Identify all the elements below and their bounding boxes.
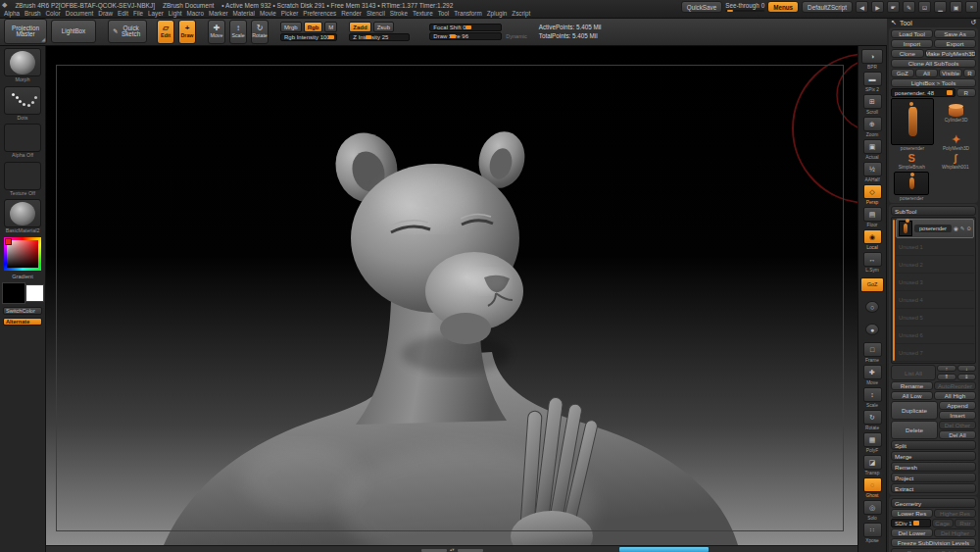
subtool-uv-icon[interactable]: ⊙ — [966, 226, 971, 231]
import-button[interactable]: Import — [891, 39, 933, 48]
higher-res-button[interactable]: Higher Res — [934, 509, 976, 518]
sdiv-slider[interactable]: SDiv 1 — [891, 519, 931, 527]
tool-whiplash[interactable]: ʃ Whiplash001 — [935, 153, 977, 170]
rotate-button[interactable]: ↻ Rotate — [251, 20, 269, 44]
goz-all-button[interactable]: All — [915, 69, 939, 77]
quick-sketch-button[interactable]: ✎ Quick Sketch — [108, 20, 147, 43]
main-color-swatch[interactable] — [2, 282, 25, 304]
del-lower-button[interactable]: Del Lower — [891, 528, 933, 537]
clear-pivot-button[interactable]: ● — [859, 319, 885, 340]
scroll-button[interactable]: ⊞ Scroll — [859, 93, 885, 115]
texture-thumbnail[interactable] — [4, 162, 41, 190]
subtool-eye-icon[interactable]: ◉ — [954, 226, 958, 231]
cage-button[interactable]: Cage — [932, 519, 954, 527]
local-toggle[interactable]: ◉ Local — [859, 228, 885, 250]
del-higher-button[interactable]: Del Higher — [934, 528, 976, 537]
minimize-icon[interactable]: ▁ — [934, 1, 947, 13]
restore-icon[interactable]: ▣ — [950, 1, 962, 13]
scrollbar-arrows-icon[interactable]: ▴▾ — [450, 548, 455, 552]
see-through-track[interactable] — [725, 10, 764, 12]
menu-zplugin[interactable]: Zplugin — [487, 10, 508, 17]
scroll-right-icon[interactable]: ▶ — [871, 1, 884, 13]
solo-toggle[interactable]: ◎ Solo — [859, 499, 885, 521]
menu-transform[interactable]: Transform — [454, 10, 481, 17]
insert-button[interactable]: Insert — [939, 411, 976, 420]
current-stroke[interactable]: Dots — [3, 86, 42, 122]
clone-button[interactable]: Clone — [891, 49, 924, 58]
current-texture[interactable]: Texture Off — [3, 162, 42, 197]
see-through-slider[interactable]: See-through 0 — [725, 2, 764, 12]
project-section-header[interactable]: Project — [891, 473, 976, 482]
scroll-left-icon[interactable]: ◀ — [856, 1, 868, 13]
menu-stroke[interactable]: Stroke — [390, 10, 408, 17]
load-tool-button[interactable]: Load Tool — [891, 29, 933, 38]
save-as-button[interactable]: Save As — [934, 29, 976, 38]
subtool-to-top-button[interactable]: ⇑ — [937, 374, 956, 380]
actual-button[interactable]: ▣ Actual — [859, 138, 885, 160]
alternate-toggle[interactable]: Alternate — [3, 318, 42, 326]
move-button[interactable]: ✚ Move — [208, 20, 225, 44]
secondary-color-swatch[interactable] — [25, 284, 44, 302]
stroke-thumbnail[interactable] — [4, 86, 41, 115]
edit-button[interactable]: ▱ Edit — [157, 20, 174, 44]
subtool-to-bottom-button[interactable]: ⇓ — [957, 374, 977, 380]
gradient-label[interactable]: Gradient — [12, 274, 32, 279]
menu-picker[interactable]: Picker — [281, 10, 299, 17]
brush-thumbnail[interactable] — [4, 48, 41, 76]
default-zscript-button[interactable]: DefaultZScript — [802, 1, 853, 13]
scale-button[interactable]: ↕ Scale — [229, 20, 247, 44]
panel-reset-icon[interactable]: ↺ — [970, 19, 976, 26]
menu-edit[interactable]: Edit — [118, 10, 128, 17]
menu-brush[interactable]: Brush — [24, 10, 40, 17]
remesh-section-header[interactable]: Remesh — [891, 462, 976, 472]
spix-slider[interactable]: ▬ SPix 2 — [859, 71, 885, 92]
make-polymesh3d-button[interactable]: Make PolyMesh3D — [925, 49, 976, 58]
goz-shelf-button[interactable]: GoZ — [859, 274, 885, 295]
geometry-header[interactable]: Geometry — [891, 498, 976, 508]
zoom-button[interactable]: ⊕ Zoom — [859, 116, 885, 137]
subtool-polypaint-icon[interactable]: ✎ — [960, 226, 965, 231]
menus-toggle[interactable]: Menus — [767, 1, 799, 13]
tool-polymesh3d[interactable]: ✦ PolyMesh3D — [943, 127, 969, 152]
rename-button[interactable]: Rename — [891, 381, 933, 390]
move-nav-button[interactable]: ✚ Move — [859, 364, 885, 385]
subtool-down-button[interactable]: ↓ — [957, 365, 977, 372]
freeze-subdivision-button[interactable]: Freeze SubDivision Levels — [891, 538, 976, 547]
menu-layer[interactable]: Layer — [148, 10, 164, 17]
focal-shift-slider[interactable]: Focal Shift 0 — [429, 24, 502, 31]
menu-movie[interactable]: Movie — [260, 10, 276, 17]
export-button[interactable]: Export — [934, 39, 976, 48]
menu-preferences[interactable]: Preferences — [303, 10, 336, 17]
reconstruct-subdiv-button[interactable]: Reconstruct Subdiv — [891, 548, 976, 552]
close-icon[interactable]: × — [965, 1, 978, 13]
duplicate-button[interactable]: Duplicate — [891, 401, 938, 420]
m-toggle[interactable]: M — [324, 22, 337, 32]
menu-material[interactable]: Material — [233, 10, 255, 17]
current-brush[interactable]: Morph — [3, 48, 42, 83]
set-pivot-button[interactable]: ○ — [859, 296, 885, 318]
list-all-button[interactable]: List All — [891, 365, 936, 380]
panel-flip-icon[interactable]: ↖ — [891, 19, 897, 26]
tool-poserender-small[interactable]: poserender — [891, 172, 933, 201]
draw-button[interactable]: + Draw — [178, 20, 196, 44]
menu-macro[interactable]: Macro — [186, 10, 204, 17]
bpr-button[interactable]: ◑ BPR — [859, 48, 885, 70]
current-material[interactable]: BasicMaterial2 — [3, 199, 42, 234]
del-all-button[interactable]: Del All — [939, 430, 976, 439]
mrgb-toggle[interactable]: Mrgb — [280, 22, 302, 32]
lightbox-tools-button[interactable]: LightBox > Tools — [891, 78, 976, 87]
tool-name-slider[interactable]: poserender. 48 — [891, 88, 956, 97]
frame-button[interactable]: □ Frame — [859, 341, 885, 363]
scrollbar-right-handle[interactable] — [458, 549, 483, 552]
color-picker[interactable] — [4, 237, 41, 271]
split-section-header[interactable]: Split — [891, 440, 976, 450]
all-low-button[interactable]: All Low — [891, 391, 933, 400]
menu-alpha[interactable]: Alpha — [4, 10, 20, 17]
scale-nav-button[interactable]: ↕ Scale — [859, 386, 885, 408]
tool-cylinder3d[interactable]: Cylinder3D — [945, 98, 968, 123]
scrollbar-left-handle[interactable] — [421, 549, 447, 552]
z-intensity-slider[interactable]: Z Intensity 25 — [349, 33, 410, 41]
ghost-toggle[interactable]: ◌ Ghost — [859, 477, 885, 498]
transp-toggle[interactable]: ◪ Transp — [859, 454, 885, 476]
subtool-selected-row[interactable]: poserender ◉ ✎ ⊙ — [896, 219, 974, 238]
